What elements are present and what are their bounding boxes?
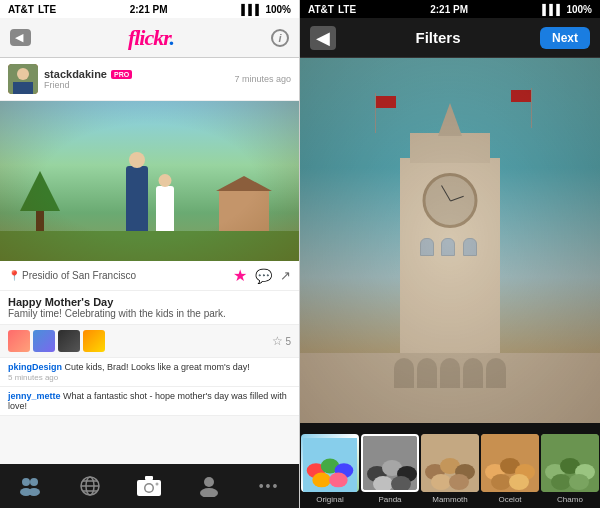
filter-chamo[interactable]: Chamo	[540, 434, 600, 508]
user-row: stackdakine PRO Friend 7 minutes ago	[0, 58, 299, 101]
comments-section: ☆ 5 pkingDesign Cute kids, Brad! Looks l…	[0, 325, 299, 464]
svg-point-29	[373, 476, 393, 492]
flickr-logo: flickr.	[128, 25, 174, 51]
tab-more[interactable]: •••	[239, 464, 299, 508]
favorite-button[interactable]: ★	[233, 266, 247, 285]
action-bar: 📍 Presidio of San Francisco ★ 💬 ↗	[0, 261, 299, 291]
tab-camera[interactable]	[120, 464, 180, 508]
star-outline-icon: ☆	[272, 334, 283, 348]
post-photo[interactable]	[0, 101, 299, 261]
filter-thumb-panda	[361, 434, 419, 492]
svg-point-36	[449, 474, 469, 490]
filter-label-panda: Panda	[378, 495, 401, 504]
time-right: 2:21 PM	[430, 4, 468, 15]
filter-label-mammoth: Mammoth	[432, 495, 468, 504]
carrier: AT&T	[8, 4, 34, 15]
svg-point-41	[491, 474, 511, 490]
commenter-avatar-4	[83, 330, 105, 352]
back-button[interactable]: ◀	[10, 29, 31, 46]
username: stackdakine PRO	[44, 68, 228, 80]
svg-point-1	[17, 68, 29, 80]
filter-thumb-original	[301, 434, 359, 492]
battery-right: 100%	[566, 4, 592, 15]
user-info: stackdakine PRO Friend	[44, 68, 228, 90]
nav-bar-right: ◀ Filters Next	[300, 18, 600, 58]
filter-strip: Original Panda	[300, 423, 600, 508]
user-relation: Friend	[44, 80, 228, 90]
status-bar-left: AT&T LTE 2:21 PM ▌▌▌ 100%	[0, 0, 299, 18]
filter-label-original: Original	[316, 495, 344, 504]
tab-people[interactable]	[0, 464, 60, 508]
right-phone: AT&T LTE 2:21 PM ▌▌▌ 100% ◀ Filters Next	[300, 0, 600, 508]
svg-point-24	[329, 472, 348, 487]
share-button[interactable]: ↗	[280, 268, 291, 283]
tab-profile[interactable]	[179, 464, 239, 508]
filter-thumb-chamo	[541, 434, 599, 492]
location-text: Presidio of San Francisco	[22, 270, 136, 281]
svg-point-30	[391, 476, 411, 492]
star-count: ☆ 5	[272, 334, 291, 348]
svg-point-4	[30, 478, 38, 486]
signal-icon-right: ▌▌▌	[542, 4, 563, 15]
filtered-photo	[300, 58, 600, 423]
action-icons: ★ 💬 ↗	[233, 266, 291, 285]
svg-point-18	[200, 488, 218, 497]
caption-text: Family time! Celebrating with the kids i…	[8, 308, 291, 319]
logo-dot: .	[170, 25, 175, 50]
pin-icon: 📍	[8, 270, 20, 281]
status-right: ▌▌▌ 100%	[241, 4, 291, 15]
time: 2:21 PM	[130, 4, 168, 15]
svg-point-6	[28, 488, 40, 496]
status-bar-right: AT&T LTE 2:21 PM ▌▌▌ 100%	[300, 0, 600, 18]
nav-bar-left: ◀ flickr. i	[0, 18, 299, 58]
svg-point-3	[22, 478, 30, 486]
tab-globe[interactable]	[60, 464, 120, 508]
caption: Happy Mother's Day Family time! Celebrat…	[0, 291, 299, 325]
svg-point-42	[509, 474, 529, 490]
next-button[interactable]: Next	[540, 27, 590, 49]
network: LTE	[38, 4, 56, 15]
post-time: 7 minutes ago	[234, 74, 291, 84]
comment-user-1: pkingDesign	[8, 362, 62, 372]
filter-mammoth[interactable]: Mammoth	[420, 434, 480, 508]
svg-point-17	[204, 477, 214, 487]
comment-time-1: 5 minutes ago	[8, 373, 291, 382]
umbrella-scene-original	[301, 434, 359, 492]
commenter-avatar-1	[8, 330, 30, 352]
filters-title: Filters	[415, 29, 460, 46]
status-right-right: ▌▌▌ 100%	[542, 4, 592, 15]
network-right: LTE	[338, 4, 356, 15]
svg-point-16	[156, 483, 159, 486]
commenter-avatar-2	[33, 330, 55, 352]
carrier-right: AT&T	[308, 4, 334, 15]
feed: stackdakine PRO Friend 7 minutes ago	[0, 58, 299, 464]
comment-user-2: jenny_mette	[8, 391, 61, 401]
info-button[interactable]: i	[271, 29, 289, 47]
back-arrow-icon: ◀	[15, 31, 23, 44]
caption-title: Happy Mother's Day	[8, 296, 291, 308]
comment-button[interactable]: 💬	[255, 268, 272, 284]
info-icon: i	[278, 32, 281, 44]
filter-original[interactable]: Original	[300, 434, 360, 508]
filter-label-ocelot: Ocelot	[498, 495, 521, 504]
svg-point-47	[551, 474, 571, 490]
tower-scene	[300, 58, 600, 423]
svg-point-48	[569, 474, 589, 490]
svg-rect-15	[145, 476, 153, 480]
svg-point-23	[312, 472, 331, 487]
status-left-right: AT&T LTE	[308, 4, 356, 15]
filter-ocelot[interactable]: Ocelot	[480, 434, 540, 508]
status-left: AT&T LTE	[8, 4, 56, 15]
comment-1: pkingDesign Cute kids, Brad! Looks like …	[0, 358, 299, 387]
signal-icon: ▌▌▌	[241, 4, 262, 15]
back-button-right[interactable]: ◀	[310, 26, 336, 50]
vintage-overlay	[300, 58, 600, 423]
commenter-avatar-3	[58, 330, 80, 352]
filter-panda[interactable]: Panda	[360, 434, 420, 508]
photo-scene	[0, 101, 299, 261]
svg-point-14	[146, 485, 153, 492]
svg-point-35	[431, 474, 451, 490]
comment-2: jenny_mette What a fantastic shot - hope…	[0, 387, 299, 416]
comment-text-1: Cute kids, Brad! Looks like a great mom'…	[65, 362, 250, 372]
svg-rect-2	[13, 82, 33, 94]
